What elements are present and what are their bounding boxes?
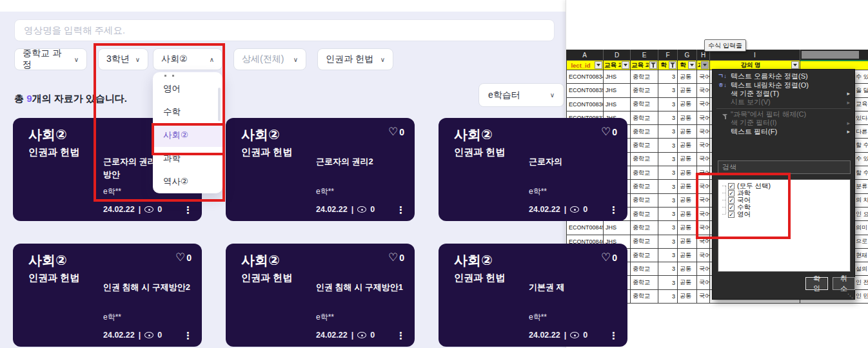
cell-r3c3[interactable]: 3 bbox=[658, 111, 678, 125]
like-button[interactable]: ♡0 bbox=[601, 252, 617, 263]
cell-r11c1[interactable]: JHS bbox=[604, 221, 631, 235]
cell-r7c5[interactable]: 국어 bbox=[697, 166, 710, 180]
menu-item-sort-desc[interactable]: ㅎ↓텍스트 내림차순 정렬(O) bbox=[713, 81, 854, 89]
filter-dropdown-3[interactable]: 상세(전체)∨ bbox=[233, 48, 306, 70]
cell-r12c2[interactable]: 중학교 bbox=[631, 235, 658, 249]
cancel-button[interactable]: 취소 bbox=[833, 277, 855, 290]
subject-option-0[interactable]: 영어 bbox=[153, 77, 222, 101]
subject-option-2[interactable]: 사회② bbox=[153, 124, 222, 147]
column-letter-D[interactable]: D bbox=[604, 50, 631, 60]
cell-r0c3[interactable]: 3 bbox=[658, 70, 678, 84]
menu-item-sort-asc[interactable]: ㄱ↓텍스트 오름차순 정렬(S) bbox=[713, 72, 854, 81]
column-filter-button[interactable] bbox=[791, 61, 799, 69]
cell-r16c2[interactable]: 중학교 bbox=[631, 290, 658, 304]
cell-r2c2[interactable]: 중학교 bbox=[631, 98, 658, 111]
column-header-0[interactable]: lect_id bbox=[566, 60, 604, 70]
cell-r2c5[interactable]: 국어 bbox=[697, 98, 710, 111]
menu-item-text-filters[interactable]: 텍스트 필터(F)▸ bbox=[713, 127, 854, 135]
cell-r13c5[interactable]: 국어 bbox=[697, 249, 710, 262]
cell-r6c3[interactable]: 3 bbox=[658, 153, 678, 166]
cell-r11c3[interactable]: 3 bbox=[658, 221, 678, 235]
like-button[interactable]: ♡0 bbox=[601, 126, 617, 137]
column-header-4[interactable]: 학 bbox=[678, 60, 697, 70]
filter-dropdown-0[interactable]: 중학교 과정∨ bbox=[14, 48, 87, 70]
cell-r13c4[interactable]: 공통 bbox=[678, 249, 697, 262]
filter-dropdown-2[interactable]: 사회②∧ bbox=[153, 48, 222, 70]
lecture-card-2[interactable]: 사회②인권과 헌법♡0근로자의 권리2e학**24.02.22|0⋮ bbox=[226, 118, 415, 221]
cell-r14c3[interactable]: 3 bbox=[658, 262, 678, 276]
cell-r2c1[interactable]: JHS bbox=[604, 98, 631, 111]
cell-r1c4[interactable]: 공통 bbox=[678, 84, 697, 97]
column-filter-button[interactable] bbox=[595, 61, 602, 69]
column-letter-A[interactable]: A bbox=[566, 50, 604, 60]
lecture-card-4[interactable]: 사회②인권과 헌법♡0인권 침해 시 구제방안2e학**24.02.22|0⋮ bbox=[13, 244, 202, 347]
cell-r2c4[interactable]: 공통 bbox=[678, 98, 697, 111]
kebab-menu-icon[interactable]: ⋮ bbox=[609, 330, 618, 342]
source-select[interactable]: e학습터 ∨ bbox=[478, 83, 564, 107]
filter-search-input[interactable]: 검색 bbox=[718, 160, 851, 174]
filter-dropdown-1[interactable]: 3학년∨ bbox=[98, 48, 148, 70]
kebab-menu-icon[interactable]: ⋮ bbox=[183, 204, 193, 216]
cell-r1c1[interactable]: JHS bbox=[604, 84, 631, 97]
column-filter-button[interactable] bbox=[701, 61, 709, 69]
cell-r1c5[interactable]: 국어 bbox=[697, 84, 710, 97]
cell-r14c5[interactable]: 국어 bbox=[697, 262, 710, 276]
cell-r11c4[interactable]: 공통 bbox=[678, 221, 697, 235]
subject-option-1[interactable]: 수학 bbox=[153, 101, 222, 124]
column-filter-button[interactable] bbox=[688, 61, 696, 69]
cell-r4c5[interactable]: 국어 bbox=[697, 125, 710, 139]
kebab-menu-icon[interactable]: ⋮ bbox=[183, 330, 193, 342]
cell-r7c2[interactable]: 중학교 bbox=[631, 166, 658, 180]
filter-applied-button[interactable] bbox=[669, 61, 676, 69]
kebab-menu-icon[interactable]: ⋮ bbox=[609, 204, 618, 216]
column-letter-F[interactable]: F bbox=[658, 50, 678, 60]
lecture-card-3[interactable]: 사회②인권과 헌법♡0근로자의e학**24.02.22|0⋮ bbox=[439, 118, 627, 221]
cell-r6c2[interactable]: 중학교 bbox=[631, 153, 658, 166]
lecture-card-5[interactable]: 사회②인권과 헌법♡0인권 침해 시 구제방안1e학**24.02.22|0⋮ bbox=[226, 244, 415, 347]
cell-r8c3[interactable]: 3 bbox=[658, 180, 678, 193]
ok-button[interactable]: 확인 bbox=[805, 277, 828, 290]
like-button[interactable]: ♡0 bbox=[388, 126, 404, 137]
cell-r5c3[interactable]: 3 bbox=[658, 139, 678, 152]
cell-r14c4[interactable]: 공통 bbox=[678, 262, 697, 276]
cell-r10c5[interactable]: 국어 bbox=[697, 208, 710, 221]
filter-checkbox-english[interactable]: ✓영어 bbox=[722, 211, 751, 218]
column-letter-E[interactable]: E bbox=[631, 50, 658, 60]
column-filter-button[interactable] bbox=[622, 61, 629, 69]
cell-r0c2[interactable]: 중학교 bbox=[631, 70, 658, 84]
kebab-menu-icon[interactable]: ⋮ bbox=[396, 330, 406, 342]
cell-r16c4[interactable]: 공통 bbox=[678, 290, 697, 304]
cell-r4c3[interactable]: 3 bbox=[658, 125, 678, 139]
filter-dropdown-4[interactable]: 인권과 헌법∨ bbox=[317, 48, 393, 70]
cell-r11c0[interactable]: ECONT00845 bbox=[566, 221, 604, 235]
cell-r15c2[interactable]: 중학교 bbox=[631, 276, 658, 289]
cell-r10c2[interactable]: 중학교 bbox=[631, 208, 658, 221]
column-letter-G[interactable]: G bbox=[678, 50, 697, 60]
cell-r1c0[interactable]: ECONT00835 bbox=[566, 84, 604, 97]
cell-r12c5[interactable]: 국어 bbox=[697, 235, 710, 249]
cell-r11c5[interactable]: 국어 bbox=[697, 221, 710, 235]
cell-r16c3[interactable]: 3 bbox=[658, 290, 678, 304]
cell-r0c4[interactable]: 공통 bbox=[678, 70, 697, 84]
cell-r10c3[interactable]: 3 bbox=[658, 208, 678, 221]
cell-r7c4[interactable]: 공통 bbox=[678, 166, 697, 180]
cell-r9c3[interactable]: 3 bbox=[658, 194, 678, 208]
cell-r11c2[interactable]: 중학교 bbox=[631, 221, 658, 235]
dropdown-scrollbar[interactable] bbox=[218, 88, 221, 121]
kebab-menu-icon[interactable]: ⋮ bbox=[396, 204, 406, 216]
cell-r13c2[interactable]: 중학교 bbox=[631, 249, 658, 262]
cell-r3c5[interactable]: 국어 bbox=[697, 111, 710, 125]
cell-r8c5[interactable]: 국어 bbox=[697, 180, 710, 193]
cell-r0c5[interactable]: 국어 bbox=[697, 70, 710, 84]
cell-r2c0[interactable]: ECONT00836 bbox=[566, 98, 604, 111]
cell-r0c1[interactable]: JHS bbox=[604, 70, 631, 84]
resize-grip-icon[interactable]: ⋱ bbox=[847, 293, 853, 299]
filter-applied-button[interactable] bbox=[649, 61, 657, 69]
cell-r9c4[interactable]: 공통 bbox=[678, 194, 697, 208]
cell-r3c2[interactable]: 중학교 bbox=[631, 111, 658, 125]
column-header-2[interactable]: 교육 과 bbox=[631, 60, 658, 70]
cell-r1c2[interactable]: 중학교 bbox=[631, 84, 658, 97]
cell-r8c4[interactable]: 공통 bbox=[678, 180, 697, 193]
subject-option-3[interactable]: 과학 bbox=[153, 147, 222, 170]
cell-r7c3[interactable]: 3 bbox=[658, 166, 678, 180]
